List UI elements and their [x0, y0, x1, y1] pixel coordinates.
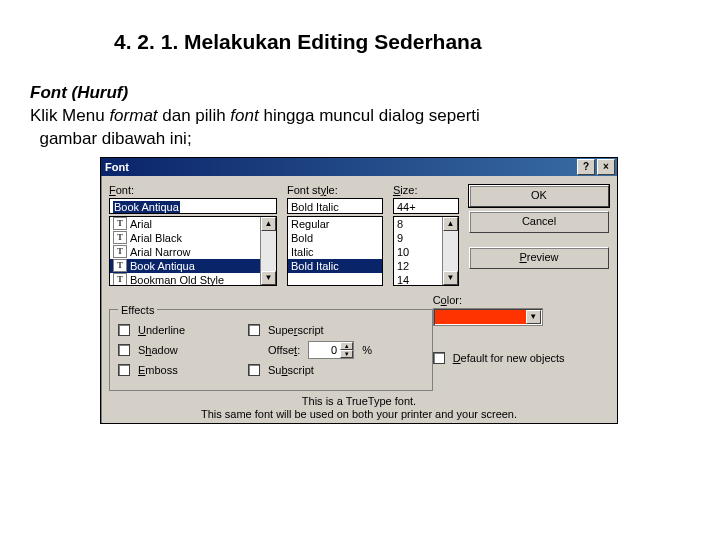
size-label: Size:	[393, 184, 459, 196]
underline-checkbox[interactable]	[118, 324, 130, 336]
shadow-label: Shadow	[138, 344, 178, 356]
scroll-down-icon[interactable]: ▼	[261, 271, 276, 285]
subscript-checkbox[interactable]	[248, 364, 260, 376]
dialog-title: Font	[105, 161, 129, 173]
style-list-item[interactable]: Bold	[288, 231, 382, 245]
page-heading: 4. 2. 1. Melakukan Editing Sederhana	[30, 30, 690, 54]
dialog-footer: This is a TrueType font. This same font …	[109, 391, 609, 421]
truetype-icon: T	[113, 231, 127, 244]
underline-label: Underline	[138, 324, 185, 336]
default-label: Default for new objects	[453, 352, 565, 364]
effects-legend: Effects	[118, 304, 157, 316]
scroll-down-icon[interactable]: ▼	[443, 271, 458, 285]
style-list-item[interactable]: Italic	[288, 245, 382, 259]
default-checkbox[interactable]	[433, 352, 445, 364]
emboss-checkbox[interactable]	[118, 364, 130, 376]
scroll-up-icon[interactable]: ▲	[261, 217, 276, 231]
truetype-icon: T	[113, 217, 127, 230]
truetype-icon: T	[113, 259, 127, 272]
size-input[interactable]: 44+	[393, 198, 459, 214]
font-list-item[interactable]: TArial Narrow	[110, 245, 276, 259]
scrollbar[interactable]: ▲ ▼	[442, 217, 458, 285]
font-listbox[interactable]: TArialTArial BlackTArial NarrowTBook Ant…	[109, 216, 277, 286]
color-label: Color:	[433, 294, 609, 306]
font-list-item[interactable]: TArial Black	[110, 231, 276, 245]
dialog-titlebar[interactable]: Font ? ×	[101, 158, 617, 176]
intro-subhead: Font (Huruf)	[30, 83, 128, 102]
close-button[interactable]: ×	[597, 159, 615, 175]
color-swatch	[435, 310, 526, 324]
font-list-item[interactable]: TArial	[110, 217, 276, 231]
font-list-item[interactable]: TBook Antiqua	[110, 259, 276, 273]
font-input[interactable]: Book Antiqua	[109, 198, 277, 214]
truetype-icon: T	[113, 273, 127, 286]
percent-label: %	[362, 344, 372, 356]
subscript-label: Subscript	[268, 364, 314, 376]
fontstyle-input[interactable]: Bold Italic	[287, 198, 383, 214]
superscript-checkbox[interactable]	[248, 324, 260, 336]
cancel-button[interactable]: Cancel	[469, 211, 609, 233]
font-dialog: Font ? × Font: Book Antiqua TArialTArial…	[100, 157, 618, 424]
offset-label: Offset:	[268, 344, 300, 356]
intro-text: Font (Huruf) Klik Menu format dan pilih …	[30, 82, 690, 151]
scroll-up-icon[interactable]: ▲	[443, 217, 458, 231]
truetype-icon: T	[113, 245, 127, 258]
style-list-item[interactable]: Regular	[288, 217, 382, 231]
style-list-item[interactable]: Bold Italic	[288, 259, 382, 273]
chevron-down-icon[interactable]: ▼	[526, 310, 541, 324]
superscript-label: Superscript	[268, 324, 324, 336]
size-listbox[interactable]: 89101214 ▲ ▼	[393, 216, 459, 286]
help-button[interactable]: ?	[577, 159, 595, 175]
ok-button[interactable]: OK	[469, 185, 609, 207]
emboss-label: Emboss	[138, 364, 178, 376]
shadow-checkbox[interactable]	[118, 344, 130, 356]
offset-input[interactable]: 0 ▲▼	[308, 341, 354, 359]
color-dropdown[interactable]: ▼	[433, 308, 543, 326]
fontstyle-label: Font style:	[287, 184, 383, 196]
font-label: Font:	[109, 184, 277, 196]
preview-button[interactable]: Preview	[469, 247, 609, 269]
fontstyle-listbox[interactable]: RegularBoldItalicBold Italic	[287, 216, 383, 286]
font-list-item[interactable]: TBookman Old Style	[110, 273, 276, 286]
effects-group: Effects Underline Shadow Emboss Superscr…	[109, 304, 433, 391]
scrollbar[interactable]: ▲ ▼	[260, 217, 276, 285]
offset-spinner[interactable]: ▲▼	[340, 342, 353, 358]
